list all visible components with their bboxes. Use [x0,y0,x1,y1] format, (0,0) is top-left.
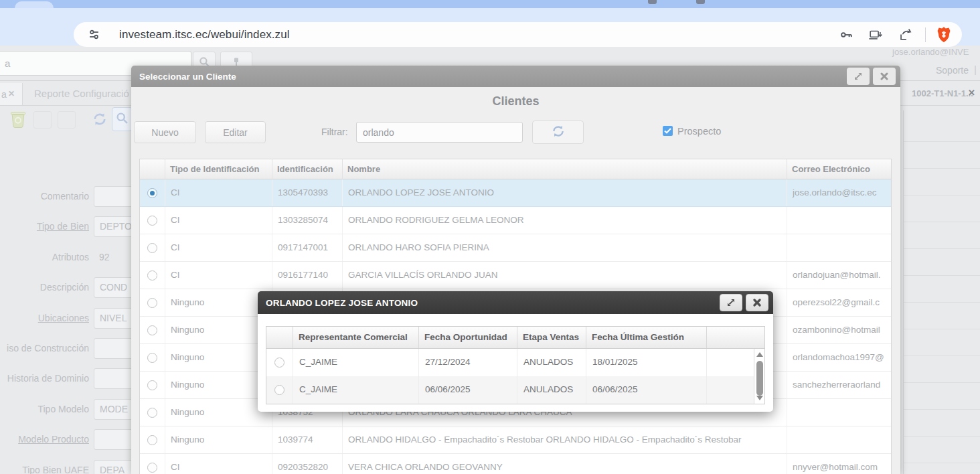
radio-button[interactable] [147,298,157,308]
opportunity-dialog-titlebar[interactable]: ORLANDO LOPEZ JOSE ANTONIO [258,291,773,314]
radio-button[interactable] [147,463,157,473]
form-field-input[interactable] [94,368,134,389]
column-header[interactable]: Fecha Oportunidad [419,327,517,348]
scroll-thumb[interactable] [756,361,763,396]
column-header[interactable]: Representante Comercial [293,327,419,348]
form-field-input[interactable]: MODE [94,399,134,420]
table-row[interactable]: C_JAIME27/12/2024ANULADOS18/01/2025 [266,349,754,376]
radio-cell [140,372,165,398]
cell-representante-comercial: C_JAIME [293,376,419,404]
brave-shield-icon[interactable] [935,26,953,44]
edit-client-button[interactable]: Editar [205,121,266,143]
form-field-input[interactable] [94,186,134,207]
cell-etapa-ventas: ANULADOS [517,376,586,404]
radio-button[interactable] [147,325,157,335]
radio-button[interactable] [147,270,157,281]
tab-close-icon[interactable]: ✕ [8,89,15,98]
form-field-input[interactable]: DEPTO [94,216,134,237]
form-field-input[interactable]: NIVEL [94,308,134,329]
radio-cell [140,426,165,453]
scroll-up-icon[interactable] [756,352,763,357]
form-field-row: DescripciónCOND [0,277,141,298]
cell-correo: ozambonino@hotmail [787,317,891,343]
scroll-down-icon[interactable] [756,396,763,400]
column-header[interactable]: Tipo de Identificación [165,159,272,179]
filter-input[interactable] [356,122,523,143]
column-header-radio [266,327,293,348]
form-field-label: Atributos [0,252,89,262]
form-field-input[interactable] [94,338,134,359]
column-header[interactable]: Fecha Última Gestión [586,327,707,348]
copy-icon[interactable] [58,111,76,129]
table-row[interactable]: CI0916177140GARCIA VILLACÍS ORLANDO JUAN… [140,262,891,289]
table-row[interactable]: CI0920352820VERA CHICA ORLANDO GEOVANNYn… [140,454,891,474]
save-icon[interactable] [33,111,52,129]
cell-nombre: GARCIA VILLACÍS ORLANDO JUAN [343,262,787,289]
maximize-button[interactable] [720,294,742,311]
search-tool-button[interactable] [112,107,133,131]
radio-cell [140,317,165,343]
clients-heading: Clientes [131,94,900,108]
user-email-text: jose.orlando@INVE [892,47,969,57]
site-settings-icon[interactable] [86,27,102,43]
cell-identificacion: 1305470393 [272,179,343,206]
radio-button[interactable] [147,243,157,253]
refresh-icon[interactable] [90,110,109,129]
maximize-button[interactable] [847,68,870,85]
refresh-clients-button[interactable] [532,121,584,144]
cell-identificacion: 1303285074 [272,207,343,234]
close-button[interactable] [746,294,768,311]
cell-identificacion: 0920352820 [272,454,343,474]
column-header[interactable]: Correo Electrónico [787,159,891,179]
tab-close-icon[interactable]: ✕ [968,88,975,98]
client-dialog-titlebar[interactable]: Seleccionar un Cliente [131,66,900,87]
extension-icon[interactable] [648,0,657,4]
page-tab-first[interactable]: a ✕ [0,83,23,105]
radio-cell [140,234,165,261]
url-text[interactable]: investeam.itsc.ec/webui/index.zul [119,28,290,42]
close-button[interactable] [873,68,896,85]
table-row[interactable]: CI1303285074ORLANDO RODRIGUEZ GELMA LEON… [140,207,891,234]
cell-identificacion: 0917147001 [272,234,343,261]
address-bar[interactable]: investeam.itsc.ec/webui/index.zul [74,22,962,47]
page-tab-right[interactable]: 1002-T1-N1-1... [912,88,973,98]
form-field-input[interactable]: DEPA [94,460,134,474]
column-header[interactable]: Etapa Ventas [517,327,586,348]
radio-button[interactable] [274,385,284,395]
radio-button[interactable] [147,353,157,363]
opportunities-table-body: C_JAIME27/12/2024ANULADOS18/01/2025C_JAI… [266,349,764,404]
cell-nombre: ORLANDO LOPEZ JOSE ANTONIO [343,179,787,206]
form-field-input[interactable]: COND [94,277,134,298]
radio-button[interactable] [147,408,157,418]
share-icon[interactable] [897,27,913,43]
password-key-icon[interactable] [838,27,854,43]
prospect-checkbox[interactable] [663,126,673,136]
cell-correo: sanchezherreraorland [787,372,891,398]
table-row[interactable]: CI0917147001ORLANDO HARO SOFIA PIERINA [140,234,891,262]
radio-button[interactable] [147,380,157,390]
column-header[interactable]: Nombre [343,159,787,179]
radio-cell [140,454,165,474]
cell-correo [787,234,891,261]
cell-nombre: VERA CHICA ORLANDO GEOVANNY [343,454,787,474]
form-field-row: Historia de Dominio [0,368,141,389]
table-row[interactable]: C_JAIME06/06/2025ANULADOS06/06/2025 [266,376,754,404]
page-tab-reporte[interactable]: Reporte Configuració [34,88,129,99]
profile-icon[interactable] [696,0,705,4]
radio-button[interactable] [147,188,157,198]
radio-button[interactable] [274,358,284,368]
scrollbar[interactable] [754,349,764,404]
cell-correo: jose.orlando@itsc.ec [787,179,891,206]
radio-button[interactable] [147,435,157,445]
media-controls-icon[interactable] [868,27,884,43]
cell-tipo-identificacion: Ninguno [165,317,272,343]
delete-trash-icon[interactable] [8,108,28,130]
form-field-input[interactable] [94,429,134,450]
table-row[interactable]: CI1305470393ORLANDO LOPEZ JOSE ANTONIOjo… [140,179,891,207]
new-client-button[interactable]: Nuevo [134,121,196,143]
column-header[interactable]: Identificación [272,159,343,179]
header-separator: | [974,64,977,75]
support-link[interactable]: Soporte [936,65,969,76]
table-row[interactable]: Ninguno1039774ORLANDO HIDALGO - Empachad… [140,426,891,454]
radio-button[interactable] [147,216,157,226]
